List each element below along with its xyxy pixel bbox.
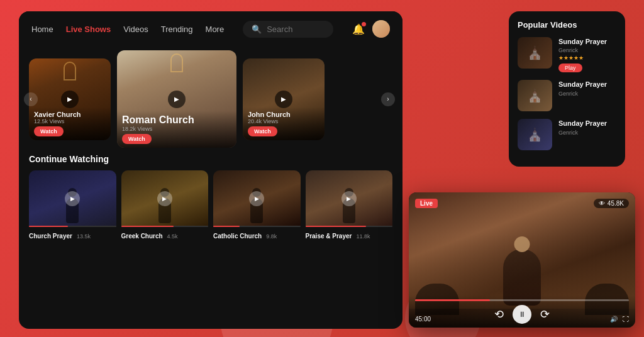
priest-head (514, 236, 530, 252)
popular-video-title-0: Sunday Prayer (558, 37, 616, 46)
popular-play-button-0[interactable]: Play (558, 64, 582, 72)
search-bar[interactable]: 🔍 (243, 21, 333, 38)
popular-info-1: Sunday Prayer Genrick (558, 80, 616, 111)
hero-section: ‹ ▶ Xavier Church 12.5k Views Watch ▶ (19, 50, 402, 148)
player-progress (415, 299, 490, 301)
continue-count: 13.5k (75, 233, 91, 240)
next-button[interactable]: › (381, 92, 395, 106)
card-views-john: 20.4k Views (248, 118, 319, 124)
play-icon-2[interactable]: ▶ (168, 91, 186, 108)
popular-item-1[interactable]: ⛪ Sunday Prayer Genrick (518, 80, 616, 111)
popular-videos-title: Popular Videos (518, 20, 616, 30)
progress-track (29, 226, 116, 227)
nav-more[interactable]: More (206, 25, 225, 34)
stained-window-2 (170, 53, 183, 72)
app-window: Home Live Shows Videos Trending More 🔍 🔔… (19, 11, 402, 329)
notification-dot (362, 22, 366, 26)
avatar[interactable] (372, 20, 390, 38)
views-count: 45.8K (608, 200, 624, 207)
card-title-john: John Church (248, 111, 319, 118)
popular-video-title-2: Sunday Prayer (558, 119, 616, 128)
card-info-roman: Roman Church 18.2k Views Watch (117, 111, 236, 148)
progress-track-4 (306, 226, 393, 227)
avatar-image (372, 20, 390, 38)
pause-button[interactable]: ⏸ (513, 305, 531, 324)
continue-card-2[interactable]: ▶ Catholic Church 9.8k (213, 170, 301, 243)
continue-info-0: Church Prayer 13.5k (29, 227, 116, 243)
star-rating-0: ★★★★★ (558, 55, 616, 61)
player-extra-controls: 🔊 ⛶ (610, 316, 629, 323)
search-input[interactable] (267, 25, 325, 34)
continue-play-icon-4[interactable]: ▶ (341, 191, 357, 206)
bell-icon[interactable]: 🔔 (352, 23, 365, 35)
volume-icon[interactable]: 🔊 (610, 316, 618, 323)
forward-button[interactable]: ⟳ (540, 307, 550, 321)
popular-video-title-1: Sunday Prayer (558, 80, 616, 89)
continue-play-icon-2[interactable]: ▶ (157, 191, 172, 206)
progress-fill-4 (306, 226, 367, 227)
play-icon[interactable]: ▶ (61, 91, 79, 108)
player-controls: ⟲ ⏸ ⟳ 45:00 🔊 ⛶ (409, 296, 635, 328)
popular-channel-0: Genrick (558, 47, 616, 53)
continue-title: Church Prayer (29, 233, 72, 240)
continue-title-3: Catholic Church (213, 233, 262, 240)
card-views-roman: 18.2k Views (122, 126, 231, 132)
progress-fill-2 (121, 226, 174, 227)
continue-title-2: Greek Church (121, 233, 163, 240)
hero-card-xavier[interactable]: ▶ Xavier Church 12.5k Views Watch (29, 58, 111, 140)
continue-count-2: 4.5k (165, 233, 178, 240)
continue-watching-section: Continue Watching ▶ (19, 148, 402, 243)
popular-item-0[interactable]: ⛪ Sunday Prayer Genrick ★★★★★ Play (518, 37, 616, 72)
hero-card-roman[interactable]: ▶ Roman Church 18.2k Views Watch (117, 50, 236, 148)
player-time: 45:00 (415, 316, 431, 323)
play-icon-3[interactable]: ▶ (275, 91, 292, 108)
fullscreen-icon[interactable]: ⛶ (623, 316, 629, 323)
popular-channel-1: Genrick (558, 91, 616, 97)
eye-icon: 👁 (599, 200, 605, 207)
popular-info-0: Sunday Prayer Genrick ★★★★★ Play (558, 37, 616, 72)
nav-home[interactable]: Home (31, 25, 53, 34)
continue-play-icon[interactable]: ▶ (65, 191, 80, 206)
popular-item-2[interactable]: ⛪ Sunday Prayer Genrick (518, 119, 616, 150)
popular-thumb-2: ⛪ (518, 119, 552, 150)
card-title: Xavier Church (34, 111, 106, 118)
progress-fill (29, 226, 68, 227)
nav-icons: 🔔 (352, 20, 390, 38)
hero-card-john[interactable]: ▶ John Church 20.4k Views Watch (243, 58, 325, 140)
watch-button-john[interactable]: Watch (248, 126, 277, 136)
rewind-button[interactable]: ⟲ (494, 307, 504, 321)
progress-track-3 (213, 226, 301, 227)
watch-button-roman[interactable]: Watch (122, 134, 152, 144)
navbar: Home Live Shows Videos Trending More 🔍 🔔 (19, 11, 402, 47)
progress-track-2 (121, 226, 209, 227)
card-title-roman: Roman Church (122, 114, 231, 126)
continue-card-3[interactable]: ▶ Praise & Prayer 11.8k (306, 170, 393, 243)
continue-count-4: 11.8k (355, 233, 370, 240)
stained-window (64, 62, 76, 80)
player-timeline[interactable] (415, 299, 629, 301)
progress-fill-3 (213, 226, 240, 227)
continue-info-3: Praise & Prayer 11.8k (306, 227, 393, 243)
popular-thumb-0: ⛪ (518, 37, 552, 69)
nav-live-shows[interactable]: Live Shows (66, 25, 111, 34)
nav-trending[interactable]: Trending (161, 25, 193, 34)
views-badge: 👁 45.8K (594, 199, 629, 208)
watch-button[interactable]: Watch (34, 126, 64, 136)
continue-card-0[interactable]: ▶ Church Prayer 13.5k (29, 170, 116, 243)
card-info-xavier: Xavier Church 12.5k Views Watch (29, 107, 111, 140)
continue-cards: ▶ Church Prayer 13.5k (29, 170, 392, 243)
popular-thumb-1: ⛪ (518, 80, 552, 111)
prev-button[interactable]: ‹ (24, 92, 38, 106)
search-icon: 🔍 (252, 25, 262, 34)
nav-videos[interactable]: Videos (123, 25, 148, 34)
video-player: Live 👁 45.8K ⟲ ⏸ ⟳ 45:00 🔊 ⛶ (409, 192, 635, 328)
popular-videos-panel: Popular Videos ⛪ Sunday Prayer Genrick ★… (509, 11, 625, 167)
player-buttons: ⟲ ⏸ ⟳ (415, 305, 629, 324)
popular-channel-2: Genrick (558, 130, 616, 136)
continue-info-1: Greek Church 4.5k (121, 227, 209, 243)
card-info-john: John Church 20.4k Views Watch (243, 107, 325, 140)
continue-play-icon-3[interactable]: ▶ (249, 191, 264, 206)
card-views: 12.5k Views (34, 118, 106, 124)
hero-carousel: ‹ ▶ Xavier Church 12.5k Views Watch ▶ (29, 50, 392, 148)
continue-card-1[interactable]: ▶ Greek Church 4.5k (121, 170, 209, 243)
